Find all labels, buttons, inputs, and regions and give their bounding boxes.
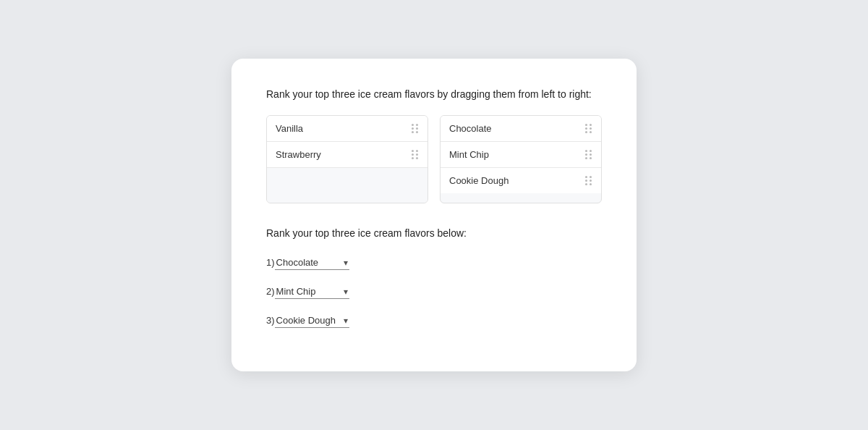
drag-item-label: Cookie Dough <box>449 175 509 186</box>
main-card: Rank your top three ice cream flavors by… <box>231 59 637 371</box>
rank-select-wrapper-2[interactable]: Chocolate Mint Chip Cookie Dough Vanilla… <box>275 284 349 299</box>
right-drag-column: Chocolate Mint Chip Cookie Dough <box>440 115 602 203</box>
drag-empty-area <box>267 168 427 203</box>
drag-item[interactable]: Cookie Dough <box>441 168 601 193</box>
rank-section: Rank your top three ice cream flavors be… <box>266 227 602 328</box>
left-drag-column: Vanilla Strawberry <box>266 115 428 203</box>
drag-handle-icon <box>585 150 592 160</box>
drag-item-label: Vanilla <box>276 123 303 134</box>
rank-select-1[interactable]: Chocolate Mint Chip Cookie Dough Vanilla… <box>275 256 349 270</box>
drag-item[interactable]: Chocolate <box>441 116 601 142</box>
rank-select-wrapper-3[interactable]: Chocolate Mint Chip Cookie Dough Vanilla… <box>275 313 349 328</box>
drag-handle-icon <box>412 124 419 134</box>
rank-label-3: 3) <box>266 315 275 326</box>
rank-select-2[interactable]: Chocolate Mint Chip Cookie Dough Vanilla… <box>275 284 349 299</box>
drag-item[interactable]: Mint Chip <box>441 142 601 168</box>
rank-select-wrapper-1[interactable]: Chocolate Mint Chip Cookie Dough Vanilla… <box>275 256 349 270</box>
drag-item-label: Strawberry <box>276 149 321 160</box>
drag-section: Vanilla Strawberry Chocolate <box>266 115 602 203</box>
drag-item-label: Chocolate <box>449 123 492 134</box>
drag-handle-icon <box>585 124 592 134</box>
drag-item[interactable]: Vanilla <box>267 116 427 142</box>
drag-handle-icon <box>585 176 592 186</box>
rank-section-title: Rank your top three ice cream flavors be… <box>266 227 602 241</box>
rank-row-2: 2) Chocolate Mint Chip Cookie Dough Vani… <box>266 284 602 299</box>
rank-select-3[interactable]: Chocolate Mint Chip Cookie Dough Vanilla… <box>275 313 349 328</box>
rank-label-1: 1) <box>266 257 275 268</box>
drag-handle-icon <box>412 150 419 160</box>
rank-row-3: 3) Chocolate Mint Chip Cookie Dough Vani… <box>266 313 602 328</box>
rank-label-2: 2) <box>266 286 275 297</box>
drag-section-title: Rank your top three ice cream flavors by… <box>266 88 602 102</box>
drag-item[interactable]: Strawberry <box>267 142 427 168</box>
drag-item-label: Mint Chip <box>449 149 489 160</box>
rank-row-1: 1) Chocolate Mint Chip Cookie Dough Vani… <box>266 256 602 270</box>
